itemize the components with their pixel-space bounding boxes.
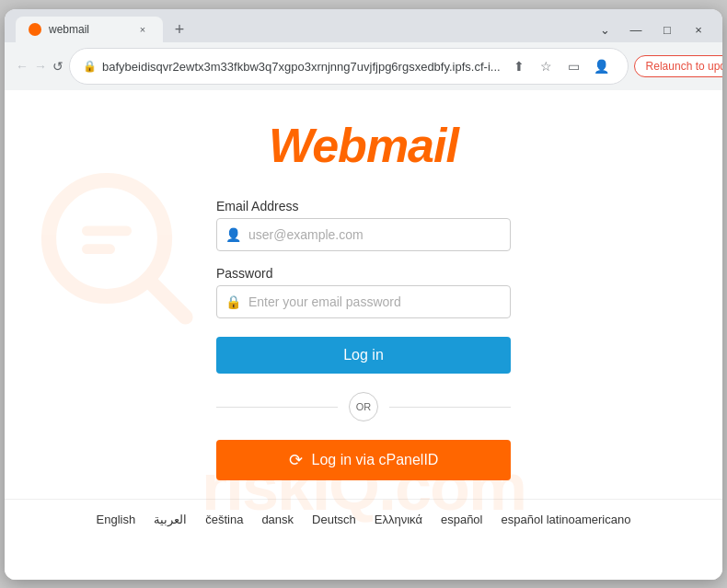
close-button[interactable]: ×: [686, 17, 711, 42]
address-bar-icons: ⬆ ☆ ▭ 👤: [506, 53, 615, 79]
window-controls: ⌄ — □ ×: [592, 17, 711, 42]
cpanel-icon: ⟳: [289, 450, 303, 470]
or-circle: OR: [349, 392, 378, 421]
forward-button[interactable]: →: [34, 53, 47, 79]
password-form-group: Password 🔒: [216, 266, 511, 318]
lang-spanish[interactable]: español: [441, 513, 483, 526]
cast-icon[interactable]: ▭: [561, 53, 587, 79]
language-footer: English العربية čeština dansk Deutsch Ελ…: [5, 499, 722, 539]
lang-greek[interactable]: Ελληνικά: [375, 513, 422, 526]
login-form-area: Webmail Email Address 👤 Password: [5, 90, 722, 499]
person-icon: 👤: [225, 227, 241, 242]
lang-arabic[interactable]: العربية: [154, 513, 187, 526]
title-bar: webmail × + ⌄ — □ ×: [5, 9, 722, 42]
webmail-logo: Webmail: [269, 119, 458, 172]
email-input[interactable]: [216, 218, 511, 251]
share-icon[interactable]: ⬆: [506, 53, 532, 79]
email-label: Email Address: [216, 199, 511, 213]
active-tab[interactable]: webmail ×: [16, 17, 163, 42]
tab-close-button[interactable]: ×: [135, 22, 150, 37]
lang-spanish-latam[interactable]: español latinoamericano: [502, 513, 631, 526]
cpanel-login-button[interactable]: ⟳ Log in via cPanelID: [216, 440, 511, 480]
logo-area: Webmail: [269, 118, 458, 173]
maximize-button[interactable]: □: [654, 17, 680, 42]
lang-english[interactable]: English: [97, 513, 136, 526]
password-input[interactable]: [216, 285, 511, 318]
relaunch-button[interactable]: Relaunch to update ⋮: [634, 55, 722, 77]
lang-german[interactable]: Deutsch: [312, 513, 356, 526]
password-label: Password: [216, 266, 511, 281]
lock-form-icon: 🔒: [225, 294, 241, 309]
profile-icon[interactable]: 👤: [589, 53, 615, 79]
nav-bar: ← → ↺ 🔒 bafybeidisqvr2ewtx3m33fkbw3q7xgp…: [5, 42, 722, 90]
or-line-right: [389, 407, 511, 408]
tab-strip: webmail × +: [16, 17, 584, 42]
cpanel-button-label: Log in via cPanelID: [312, 452, 439, 468]
back-button[interactable]: ←: [16, 53, 29, 79]
new-tab-button[interactable]: +: [167, 17, 192, 42]
lang-czech[interactable]: čeština: [205, 513, 243, 526]
url-text: bafybeidisqvr2ewtx3m33fkbw3q7xgpo3xrnjnn…: [102, 60, 501, 74]
login-button[interactable]: Log in: [216, 337, 511, 374]
login-form: Email Address 👤 Password 🔒: [216, 199, 511, 480]
browser-window: webmail × + ⌄ — □ × ← → ↺ 🔒: [5, 9, 722, 580]
bookmark-icon[interactable]: ☆: [534, 53, 560, 79]
page-inner: riskIQ.com Webmail Email Address 👤: [5, 90, 722, 580]
tab-favicon: [29, 23, 41, 36]
or-divider: OR: [216, 392, 511, 421]
lock-icon: 🔒: [83, 60, 97, 73]
email-input-wrapper: 👤: [216, 218, 511, 251]
tab-title: webmail: [49, 23, 128, 36]
lang-danish[interactable]: dansk: [261, 513, 294, 526]
reload-button[interactable]: ↺: [52, 53, 63, 79]
chevron-up-icon[interactable]: ⌄: [592, 17, 617, 42]
minimize-button[interactable]: —: [623, 17, 649, 42]
email-form-group: Email Address 👤: [216, 199, 511, 251]
address-bar[interactable]: 🔒 bafybeidisqvr2ewtx3m33fkbw3q7xgpo3xrnj…: [69, 48, 629, 85]
or-line-left: [216, 407, 338, 408]
password-input-wrapper: 🔒: [216, 285, 511, 318]
page-content: riskIQ.com Webmail Email Address 👤: [5, 90, 722, 580]
